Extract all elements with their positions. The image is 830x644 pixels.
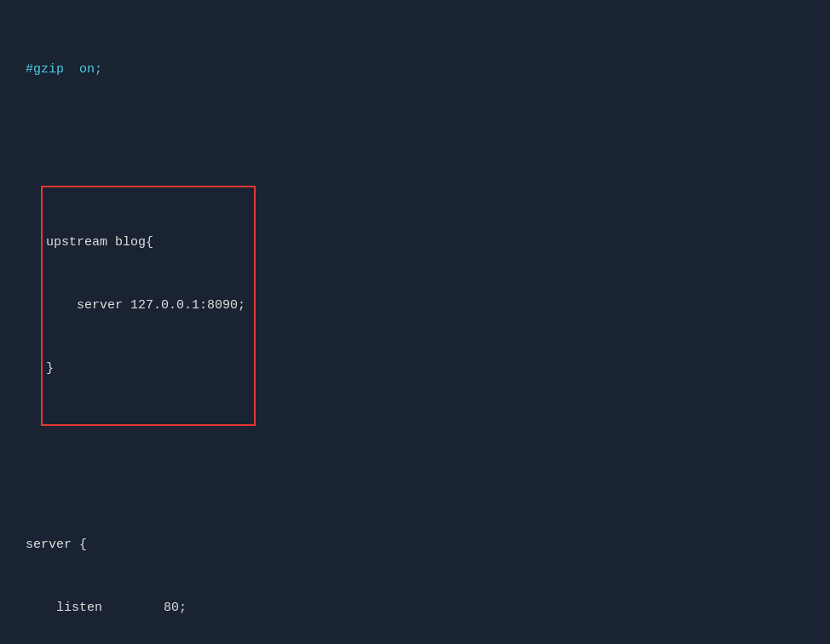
line-upstream-close: } [46, 359, 245, 380]
blank-line-2 [26, 472, 804, 493]
code-editor: #gzip on; upstream blog{ server 127.0.0.… [26, 17, 804, 644]
line-server-upstream: server 127.0.0.1:8090; [46, 296, 245, 317]
line-server-open: server { [26, 535, 804, 556]
line-upstream-open: upstream blog{ [46, 233, 245, 254]
line-gzip: #gzip on; [26, 60, 804, 81]
line-listen: listen 80; [26, 598, 804, 619]
upstream-block: upstream blog{ server 127.0.0.1:8090; } [41, 186, 256, 426]
blank-line-1 [26, 123, 804, 144]
